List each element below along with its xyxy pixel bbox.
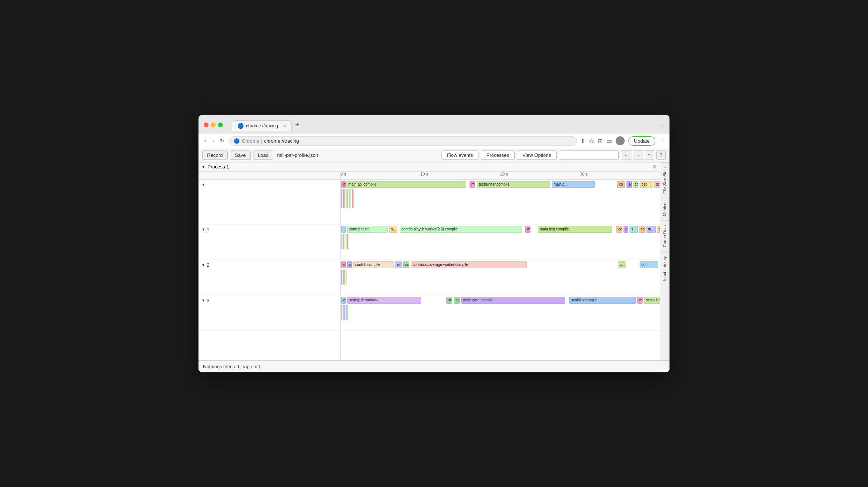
active-tab[interactable]: 🔵 chrome://tracing ×	[232, 120, 292, 131]
w1s5	[347, 234, 348, 249]
bar-p-co2[interactable]: co	[633, 181, 638, 188]
bar-3-c[interactable]: c	[341, 297, 346, 304]
nav-left-button[interactable]: ←	[621, 151, 632, 159]
address-path: chrome://tracing	[264, 138, 299, 144]
bar-3-m[interactable]: m	[637, 297, 643, 304]
nav-expand-button[interactable]: »	[645, 151, 654, 159]
sidebar-tab-input-latency[interactable]: Input Latency	[660, 251, 670, 285]
tab-close-button[interactable]: ×	[284, 124, 286, 128]
bar-1-main-test-compile[interactable]: main.test.compile	[538, 226, 612, 233]
maximize-traffic-light[interactable]	[218, 122, 223, 127]
bar-1-co[interactable]: co	[616, 226, 622, 233]
bar-3-scalajslib[interactable]: scalajslib.worker-...	[347, 297, 421, 304]
address-field[interactable]: 🔵 Chrome | chrome://tracing	[229, 136, 577, 146]
star-icon[interactable]: ☆	[589, 137, 594, 145]
record-button[interactable]: Record	[202, 151, 228, 160]
worker1-expand[interactable]: ▼	[201, 227, 205, 232]
bar-p-bsp[interactable]: bsp...	[640, 181, 653, 188]
process-expand-icon[interactable]: ▼	[201, 165, 205, 169]
update-button[interactable]: Update	[628, 136, 655, 146]
bar-2-ru[interactable]: ru...	[395, 261, 402, 268]
bar-3-main-core-compile[interactable]: main.core.compile	[461, 297, 565, 304]
nav-right-button[interactable]: →	[633, 151, 644, 159]
sidebar-tab-frame-data[interactable]: Frame Data	[660, 220, 670, 251]
tracks-content: m main.api.compile m... testrunner.compi…	[341, 180, 660, 360]
browser-window: 🔵 chrome://tracing × + ⌄ ‹ › ↻ 🔵 Chrome …	[198, 115, 670, 372]
worker2-label: 2	[207, 262, 209, 268]
bar-3-sc2[interactable]: sc	[454, 297, 460, 304]
bar-1-s2[interactable]: s...	[630, 226, 638, 233]
help-button[interactable]: ?	[656, 151, 666, 160]
bar-1-co2[interactable]: co	[639, 226, 645, 233]
title-bar: 🔵 chrome://tracing × + ⌄	[198, 115, 670, 134]
forward-button[interactable]: ›	[211, 137, 216, 145]
load-button[interactable]: Load	[253, 151, 274, 160]
worker3-expand[interactable]: ▼	[201, 298, 205, 303]
more-menu-icon[interactable]: ⋮	[659, 137, 665, 145]
view-options-button[interactable]: View Options	[517, 151, 557, 160]
sidebar-tab-file-size-stats[interactable]: File Size Stats	[660, 162, 670, 198]
processes-button[interactable]: Processes	[481, 151, 515, 160]
bar-2-sc[interactable]: sc	[347, 261, 352, 268]
tab-bar: 🔵 chrome://tracing × +	[232, 119, 303, 131]
bar-p-m[interactable]: m	[341, 181, 346, 188]
bar-2-sc2[interactable]: sc	[403, 261, 409, 268]
bar-p-mainc[interactable]: main.c...	[552, 181, 595, 188]
worker2-expand[interactable]: ▼	[201, 263, 205, 267]
share-icon[interactable]: ⬆	[580, 137, 585, 145]
process-close-icon[interactable]: ✕	[652, 164, 657, 170]
bar-1-start[interactable]	[341, 226, 346, 233]
bar-2-contrib-compile[interactable]: contrib.compile	[353, 261, 394, 268]
bar-3-scalalib-tes[interactable]: scalalib.tes...	[644, 297, 660, 304]
tracks-area: ▼ ▼ 1 ▼ 2 ▼ 3	[198, 180, 660, 360]
track-labels: ▼ ▼ 1 ▼ 2 ▼ 3	[198, 180, 341, 360]
save-button[interactable]: Save	[230, 151, 251, 160]
bar-1-contrib-playlib[interactable]: contrib.playlib.worker[2.6].compile	[400, 226, 522, 233]
w1s2	[343, 234, 344, 249]
flow-events-button[interactable]: Flow events	[441, 151, 478, 160]
back-button[interactable]: ‹	[203, 137, 208, 145]
bar-1-m[interactable]: m	[525, 226, 530, 233]
bar-p-m2[interactable]: m...	[470, 181, 475, 188]
strip1	[341, 189, 342, 208]
sidebar-toggle-icon[interactable]: ▭	[606, 137, 612, 145]
strip2	[343, 189, 344, 208]
bar-3-sc1[interactable]: sc	[446, 297, 452, 304]
extensions-icon: ⊞	[598, 137, 603, 145]
bar-2-m[interactable]: m	[341, 261, 346, 268]
bar-2-contrib-scoverage[interactable]: contrib.scoverage.worker.compile	[411, 261, 527, 268]
bar-p-scalaj[interactable]: scalaj...	[654, 181, 660, 188]
window-dropdown-icon[interactable]: ⌄	[661, 122, 664, 127]
bar-2-con[interactable]: con	[640, 261, 658, 268]
close-traffic-light[interactable]	[204, 122, 209, 127]
worker1-strips	[341, 234, 659, 249]
minimize-traffic-light[interactable]	[211, 122, 216, 127]
profile-avatar[interactable]	[616, 136, 625, 145]
bar-1-s[interactable]: s...	[389, 226, 397, 233]
bar-1-c2[interactable]: c	[657, 226, 660, 233]
strip4	[346, 189, 347, 208]
process-header: ▼ Process 1 ✕	[198, 162, 660, 172]
bar-3-scalalib-compile[interactable]: scalalib.compile	[569, 297, 636, 304]
bar-p-co1[interactable]: co	[617, 181, 625, 188]
bar-1-c[interactable]: c	[624, 226, 628, 233]
bar-p-sc1[interactable]: sc	[627, 181, 632, 188]
bar-p-testrunner[interactable]: testrunner.compile	[477, 181, 550, 188]
ruler-label-spacer	[198, 172, 341, 179]
w3s3	[344, 305, 345, 320]
track-row-1: contrib.testn... s... contrib.playlib.wo…	[341, 224, 660, 260]
process-label-expand[interactable]: ▼	[201, 183, 205, 187]
new-tab-button[interactable]: +	[292, 119, 303, 131]
sidebar-tab-metrics[interactable]: Metrics	[660, 198, 670, 220]
bar-1-contrib-testn[interactable]: contrib.testn...	[347, 226, 388, 233]
track-row-3: c scalajslib.worker-... sc sc main.core.…	[341, 295, 660, 331]
w3s5	[347, 305, 348, 320]
bar-1-ru[interactable]: ru...	[646, 226, 656, 233]
bar-2-c[interactable]: c...	[618, 261, 626, 268]
tab-icon: 🔵	[237, 123, 244, 129]
w1s3	[344, 234, 345, 249]
bar-p-main-api-compile[interactable]: main.api.compile	[347, 181, 466, 188]
right-sidebar: File Size Stats Metrics Frame Data Input…	[660, 162, 670, 360]
search-input[interactable]	[559, 151, 619, 160]
refresh-button[interactable]: ↻	[218, 137, 226, 145]
